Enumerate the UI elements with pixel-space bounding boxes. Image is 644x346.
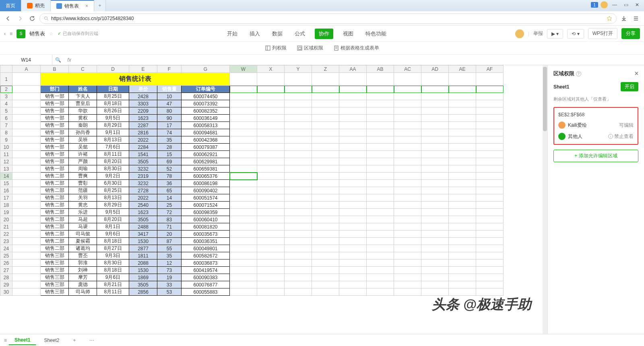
table-cell[interactable]: 3505 — [129, 281, 157, 288]
table-cell[interactable]: 600058313 — [182, 122, 230, 129]
tab-document[interactable]: 销售表× — [51, 0, 94, 11]
row-header[interactable]: 19 — [0, 209, 12, 216]
table-cell[interactable]: 7月6日 — [97, 144, 129, 151]
table-cell[interactable]: 2319 — [129, 173, 157, 180]
table-cell[interactable]: 600659381 — [182, 165, 230, 173]
table-cell[interactable]: 马超 — [69, 216, 97, 223]
table-cell[interactable]: 3232 — [129, 180, 157, 187]
table-cell[interactable]: 8月30日 — [97, 260, 129, 267]
table-cell[interactable]: 2022 — [129, 136, 157, 144]
table-cell[interactable]: 9月2日 — [97, 173, 129, 180]
table-cell[interactable]: 刘禅 — [69, 267, 97, 274]
zoom-icon[interactable]: 🔍 — [52, 57, 64, 63]
area-permission-button[interactable]: 区域权限 — [297, 45, 323, 51]
table-cell[interactable]: 9月5日 — [97, 209, 129, 216]
table-cell[interactable]: 1530 — [129, 267, 157, 274]
row-header[interactable]: 17 — [0, 194, 12, 202]
user-avatar-small[interactable] — [601, 1, 608, 8]
menu-insert[interactable]: 插入 — [247, 29, 262, 39]
table-cell[interactable]: 秦朗 — [69, 122, 97, 129]
back-icon[interactable]: ‹ — [4, 31, 6, 37]
star-icon[interactable] — [607, 16, 612, 21]
close-icon[interactable]: × — [85, 3, 88, 9]
table-cell[interactable]: 销售一部 — [41, 100, 69, 107]
table-cell[interactable]: 600060410 — [182, 216, 230, 223]
table-cell[interactable]: 600090383 — [182, 274, 230, 281]
history-button[interactable]: ⟲ ▾ — [567, 29, 584, 39]
col-header[interactable]: B — [41, 66, 69, 73]
col-header[interactable]: G — [182, 66, 230, 73]
table-cell[interactable]: 销售三部 — [41, 260, 69, 267]
name-box[interactable]: W14 — [0, 55, 52, 65]
table-cell[interactable]: 8月25日 — [97, 187, 129, 194]
table-cell[interactable]: 90 — [157, 115, 182, 122]
table-cell[interactable]: 15 — [157, 151, 182, 158]
table-cell[interactable]: 销售一部 — [41, 144, 69, 151]
table-cell[interactable]: 郭淮 — [69, 260, 97, 267]
row-header[interactable]: 29 — [0, 281, 12, 288]
row-header[interactable]: 23 — [0, 238, 12, 245]
table-cell[interactable]: 周瑜 — [69, 165, 97, 173]
table-cell[interactable]: 74 — [157, 129, 182, 136]
table-cell[interactable]: 黄忠 — [69, 202, 97, 209]
window-close-icon[interactable]: ✕ — [633, 1, 642, 9]
table-cell[interactable]: 销售二部 — [41, 173, 69, 180]
table-header-cell[interactable]: 部门 — [41, 86, 69, 93]
table-cell[interactable]: 2209 — [129, 107, 157, 115]
table-cell[interactable]: 600081820 — [182, 223, 230, 231]
table-cell[interactable]: 范疆 — [69, 187, 97, 194]
row-header[interactable]: 28 — [0, 274, 12, 281]
table-cell[interactable]: 600094681 — [182, 129, 230, 136]
table-cell[interactable]: 销售二部 — [41, 194, 69, 202]
tabs-menu-icon[interactable]: ≡ — [4, 338, 7, 343]
table-cell[interactable]: 600073392 — [182, 100, 230, 107]
row-header[interactable]: 4 — [0, 100, 12, 107]
table-cell[interactable]: 销售一部 — [41, 158, 69, 165]
permission-others-row[interactable]: 其他人 i禁止查看 — [558, 133, 634, 140]
row-header[interactable]: 27 — [0, 267, 12, 274]
table-cell[interactable]: 夏侯霸 — [69, 238, 97, 245]
table-cell[interactable]: 69 — [157, 158, 182, 165]
table-cell[interactable]: 600582672 — [182, 252, 230, 260]
table-cell[interactable]: 销售二部 — [41, 231, 69, 238]
table-cell[interactable]: 销售一部 — [41, 115, 69, 122]
refresh-icon[interactable] — [27, 14, 37, 23]
table-cell[interactable]: 销售二部 — [41, 202, 69, 209]
table-cell[interactable]: 曹皇后 — [69, 100, 97, 107]
table-cell[interactable]: 1623 — [129, 209, 157, 216]
table-cell[interactable]: 8月11日 — [97, 288, 129, 296]
table-cell[interactable]: 17 — [157, 122, 182, 129]
table-cell[interactable]: 2022 — [129, 194, 157, 202]
table-cell[interactable]: 52 — [157, 165, 182, 173]
table-cell[interactable]: 2428 — [129, 93, 157, 100]
table-cell[interactable]: 25 — [157, 202, 182, 209]
table-header-cell[interactable]: 日期 — [97, 86, 129, 93]
table-cell[interactable]: 2728 — [129, 187, 157, 194]
table-cell[interactable]: 庞德 — [69, 281, 97, 288]
table-cell[interactable]: 1530 — [129, 238, 157, 245]
table-cell[interactable]: 9月6日 — [97, 231, 129, 238]
table-cell[interactable]: 黄权 — [69, 115, 97, 122]
table-cell[interactable]: 马谡 — [69, 223, 97, 231]
table-cell[interactable]: 8月18日 — [97, 267, 129, 274]
table-cell[interactable]: 8月26日 — [97, 107, 129, 115]
table-cell[interactable]: 吴懿 — [69, 144, 97, 151]
table-cell[interactable]: 14 — [157, 194, 182, 202]
table-cell[interactable]: 9月6日 — [97, 274, 129, 281]
table-cell[interactable]: 销售二部 — [41, 238, 69, 245]
table-cell[interactable]: 3505 — [129, 216, 157, 223]
table-cell[interactable]: 600629981 — [182, 158, 230, 165]
table-cell[interactable]: 9月3日 — [97, 252, 129, 260]
table-cell[interactable]: 8月18日 — [97, 238, 129, 245]
table-cell[interactable]: 华歆 — [69, 107, 97, 115]
row-header[interactable]: 3 — [0, 93, 12, 100]
table-cell[interactable]: 1623 — [129, 115, 157, 122]
menu-features[interactable]: 特色功能 — [363, 29, 389, 39]
sheet-tab-1[interactable]: Sheet1 — [8, 335, 36, 345]
table-cell[interactable]: 8月27日 — [97, 245, 129, 252]
row-header[interactable]: 21 — [0, 223, 12, 231]
table-cell[interactable]: 曹丕 — [69, 252, 97, 260]
table-cell[interactable]: 36 — [157, 180, 182, 187]
nav-back-icon[interactable] — [3, 14, 13, 23]
add-editable-area-button[interactable]: + 添加允许编辑区域 — [553, 150, 638, 162]
